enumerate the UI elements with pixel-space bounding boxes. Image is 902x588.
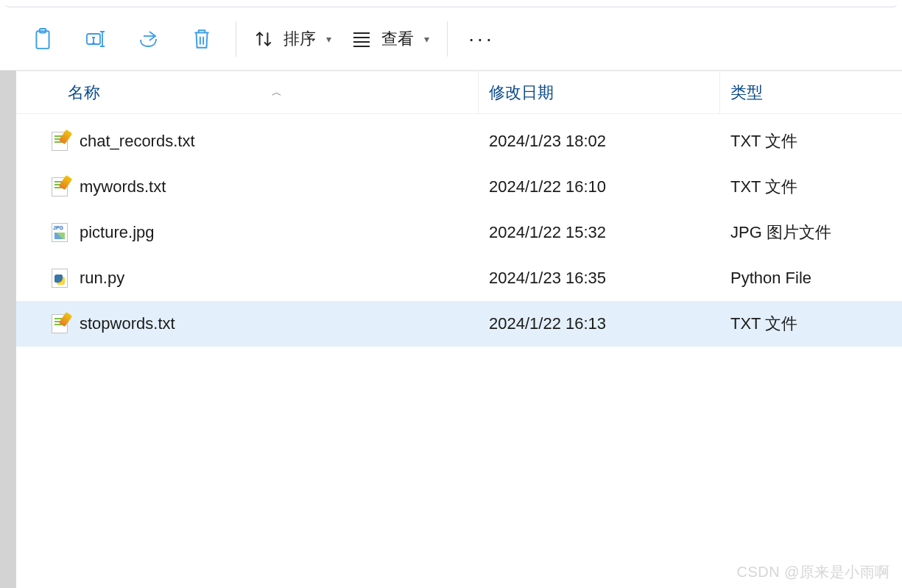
file-pane: 名称 ︿ 修改日期 类型 chat_records.txt2024/1/23 1… [16, 71, 902, 588]
file-type-cell: Python File [720, 269, 902, 288]
file-name: chat_records.txt [80, 132, 195, 151]
sort-dropdown[interactable]: 排序 ▾ [244, 18, 342, 60]
file-row[interactable]: chat_records.txt2024/1/23 18:02TXT 文件 [16, 118, 902, 164]
txt-file-icon [50, 314, 69, 334]
file-row[interactable]: stopwords.txt2024/1/22 16:13TXT 文件 [16, 301, 902, 347]
column-date-label: 修改日期 [489, 82, 554, 104]
sort-icon [254, 29, 273, 49]
file-date-cell: 2024/1/23 16:35 [479, 269, 720, 288]
rename-icon [85, 29, 107, 49]
chevron-down-icon: ▾ [326, 33, 331, 45]
ellipsis-icon: ··· [468, 27, 494, 51]
file-list: chat_records.txt2024/1/23 18:02TXT 文件myw… [16, 114, 902, 347]
view-dropdown[interactable]: 查看 ▾ [342, 18, 440, 60]
file-type-cell: TXT 文件 [720, 313, 902, 335]
file-name-cell: picture.jpg [50, 222, 479, 243]
column-type-label: 类型 [730, 82, 763, 104]
view-icon [352, 31, 371, 47]
share-button[interactable] [122, 18, 175, 60]
clipboard-icon [33, 28, 52, 50]
file-date-cell: 2024/1/22 15:32 [479, 223, 720, 242]
paste-button[interactable] [16, 18, 69, 60]
share-icon [138, 29, 160, 49]
file-row[interactable]: picture.jpg2024/1/22 15:32JPG 图片文件 [16, 210, 902, 255]
file-name-cell: chat_records.txt [50, 131, 479, 152]
file-name: stopwords.txt [80, 314, 175, 333]
column-header-type[interactable]: 类型 [720, 71, 902, 113]
rename-button[interactable] [69, 18, 122, 60]
left-rail[interactable] [0, 71, 16, 588]
file-type-cell: JPG 图片文件 [720, 222, 902, 244]
column-name-label: 名称 [68, 82, 100, 104]
toolbar-separator [236, 21, 236, 57]
py-file-icon [50, 268, 69, 288]
file-name-cell: stopwords.txt [50, 314, 479, 334]
column-header-row: 名称 ︿ 修改日期 类型 [16, 71, 902, 114]
txt-file-icon [50, 131, 69, 152]
file-row[interactable]: run.py2024/1/23 16:35Python File [16, 255, 902, 301]
file-name: run.py [80, 269, 124, 288]
delete-button[interactable] [175, 18, 228, 60]
main-area: 名称 ︿ 修改日期 类型 chat_records.txt2024/1/23 1… [0, 71, 902, 588]
sort-label: 排序 [283, 28, 316, 50]
trash-icon [192, 28, 211, 50]
toolbar-separator [447, 21, 448, 57]
view-label: 查看 [381, 28, 414, 50]
more-options-button[interactable]: ··· [455, 18, 508, 60]
jpg-file-icon [50, 222, 69, 243]
txt-file-icon [50, 177, 69, 197]
file-type-cell: TXT 文件 [720, 130, 902, 152]
file-type-cell: TXT 文件 [720, 176, 902, 198]
file-name-cell: mywords.txt [50, 177, 479, 197]
watermark: CSDN @原来是小雨啊 [736, 562, 890, 582]
column-header-date[interactable]: 修改日期 [479, 71, 720, 113]
file-row[interactable]: mywords.txt2024/1/22 16:10TXT 文件 [16, 164, 902, 210]
toolbar: 排序 ▾ 查看 ▾ ··· [0, 7, 902, 71]
file-date-cell: 2024/1/22 16:13 [479, 314, 720, 333]
file-date-cell: 2024/1/23 18:02 [479, 132, 720, 151]
file-date-cell: 2024/1/22 16:10 [479, 177, 720, 196]
column-header-name[interactable]: 名称 ︿ [50, 71, 479, 113]
svg-rect-0 [36, 31, 49, 49]
address-bar-edge [4, 0, 898, 7]
file-name-cell: run.py [50, 268, 479, 288]
sort-ascending-icon: ︿ [272, 86, 282, 99]
file-name: mywords.txt [80, 177, 166, 196]
chevron-down-icon: ▾ [424, 33, 429, 45]
file-name: picture.jpg [80, 223, 155, 242]
